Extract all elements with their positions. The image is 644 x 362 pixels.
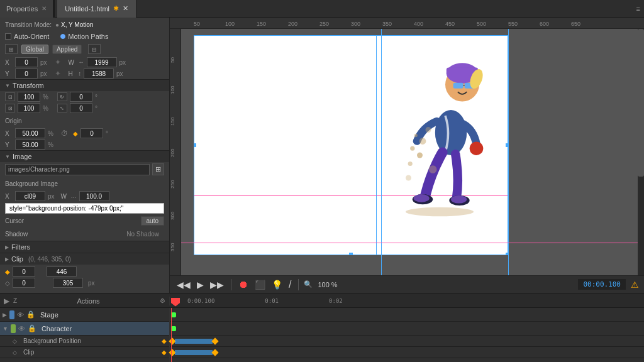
timeline-actions-label: Actions: [77, 297, 100, 305]
image-section-label: Image: [13, 153, 32, 160]
v-scrollbar-thumb[interactable]: [638, 29, 644, 177]
bg-pos-tween: [175, 339, 213, 344]
record-button[interactable]: ⏺: [236, 279, 250, 290]
grid-icon: ⊟: [88, 44, 101, 54]
transport-back-button[interactable]: ◀◀: [175, 280, 192, 290]
h-input[interactable]: [84, 69, 114, 79]
auto-button[interactable]: auto: [141, 216, 164, 226]
filters-label: Filters: [11, 243, 30, 251]
panel-menu-button[interactable]: ≡: [633, 4, 644, 14]
filters-section-header[interactable]: ▶ Filters: [0, 241, 169, 253]
lightbulb-button[interactable]: 💡: [270, 280, 284, 290]
character-layer-color: [11, 324, 16, 333]
bg-position-sublayer[interactable]: ◇ Background Position ◆: [0, 336, 169, 347]
y-h-row: Y px ✦ H ↕ px: [0, 68, 169, 79]
ruler-top: 50 100 150 200 250 300 350 400 450 500 5…: [170, 18, 644, 29]
stage-layer-color: [9, 310, 14, 319]
origin-y-input[interactable]: [15, 140, 45, 150]
bg-x-unit: px: [48, 193, 55, 200]
image-browse-icon[interactable]: ⊞: [152, 163, 164, 175]
image-section-header[interactable]: ▼ Image: [0, 150, 169, 162]
camera-button[interactable]: ⬛: [253, 280, 267, 290]
properties-close-icon[interactable]: ✕: [42, 5, 47, 12]
image-path-input[interactable]: [5, 164, 150, 175]
bg-pos-diamond-icon[interactable]: ◆: [162, 337, 167, 344]
timeline-content[interactable]: [170, 308, 644, 362]
clip-field4-input[interactable]: [53, 278, 83, 288]
applied-button[interactable]: Applied: [52, 45, 82, 54]
origin-x-input[interactable]: [15, 128, 45, 138]
transport-play-button[interactable]: ▶: [195, 280, 206, 290]
clip-field3-input[interactable]: [13, 278, 35, 288]
timeline-label-area: ▶ Z Actions ⚙: [0, 297, 170, 305]
clip-keyframe2[interactable]: [211, 349, 218, 356]
stage-track-row[interactable]: [170, 308, 644, 322]
stage-eye-icon[interactable]: 👁: [17, 311, 24, 319]
document-tab[interactable]: Untitled-1.html ✱ ✕: [57, 0, 136, 18]
character-eye-icon[interactable]: 👁: [18, 325, 25, 332]
handle-left-mid[interactable]: [194, 143, 196, 147]
scaley-skew-row: ⊡ % ⤡ °: [0, 102, 169, 114]
bg-w-label: W: [61, 193, 69, 200]
clip-dot-icon: ◇: [5, 280, 10, 287]
bg-position-label: Background Position: [23, 337, 81, 344]
stage-canvas[interactable]: [194, 35, 508, 255]
stage-layer-row[interactable]: ▶ 👁 🔒 Stage: [0, 308, 169, 322]
scale-x-input[interactable]: [18, 92, 40, 102]
clip-diamond-icon2[interactable]: ◆: [162, 349, 167, 356]
scale-y-unit: %: [43, 105, 48, 112]
timeline-playhead-line: [171, 308, 172, 362]
origin-diamond-unit: °: [106, 130, 108, 137]
origin-y-unit: %: [48, 141, 53, 148]
origin-diamond-input[interactable]: [80, 128, 103, 138]
timeline-collapse-icon[interactable]: ▶: [4, 297, 9, 305]
auto-orient-checkbox[interactable]: [5, 33, 11, 40]
y-input[interactable]: [15, 69, 38, 79]
center-panel: 50 100 150 200 250 300 350 400 450 500 5…: [170, 18, 644, 293]
stage-keyframe1[interactable]: [171, 312, 176, 317]
character-lock-icon[interactable]: 🔒: [28, 324, 36, 332]
ruler-mark: 50: [194, 21, 225, 27]
ruler-mark: 100: [225, 21, 257, 27]
bg-position-track[interactable]: [170, 336, 644, 347]
v-scrollbar[interactable]: [638, 29, 644, 275]
character-layer-row[interactable]: ▼ 👁 🔒 Character: [0, 322, 169, 336]
bg-pos-keyframe2[interactable]: [211, 337, 218, 344]
transport-forward-button[interactable]: ▶▶: [208, 280, 226, 290]
character-keyframe1[interactable]: [171, 326, 176, 331]
clip-field1-input[interactable]: [13, 266, 35, 277]
scale-y-input[interactable]: [18, 103, 40, 113]
character-track-row[interactable]: [170, 322, 644, 336]
origin-x-label: X: [5, 130, 13, 137]
w-input[interactable]: [87, 57, 117, 67]
handle-bottom-mid[interactable]: [349, 253, 353, 255]
clip-sublayer[interactable]: ◇ Clip ◆: [0, 347, 169, 358]
tooltip-text: style="background-position: -479px 0px;": [9, 205, 123, 212]
clip-section-header[interactable]: ▶ Clip (0, 446, 305, 0): [0, 253, 169, 265]
x-unit: px: [40, 59, 47, 66]
ruler-left-mark: 100: [170, 63, 180, 94]
clip-track[interactable]: [170, 347, 644, 358]
layer-expand-icon[interactable]: ▶: [3, 312, 7, 318]
clip-field2-input[interactable]: [47, 266, 77, 277]
doc-tab-close-icon[interactable]: ✕: [123, 4, 128, 13]
timeline-settings-icon[interactable]: ⚙: [160, 297, 165, 304]
timeline-z-icon: Z: [13, 297, 17, 304]
transform-section-header[interactable]: ▼ Transform: [0, 79, 169, 91]
bg-w-input[interactable]: [79, 191, 109, 201]
stage-lock-icon[interactable]: 🔒: [26, 310, 35, 319]
global-button[interactable]: Global: [21, 45, 48, 54]
motion-paths-radio[interactable]: [60, 34, 65, 39]
character-expand-icon[interactable]: ▼: [3, 326, 8, 332]
playhead-marker[interactable]: [171, 298, 180, 307]
rotate-input[interactable]: [70, 92, 92, 102]
bg-x-input[interactable]: [15, 191, 45, 201]
skew-input[interactable]: [70, 103, 92, 113]
stage-viewport[interactable]: [181, 29, 644, 275]
timeline-timecodes: 0:00.100 0:01 0:02: [170, 298, 644, 304]
zoom-label: 100 %: [318, 281, 337, 288]
sun2-icon: ✦: [55, 69, 61, 78]
x-input[interactable]: [15, 57, 38, 67]
properties-panel-tab[interactable]: Properties ✕: [0, 0, 53, 18]
slash-button[interactable]: /: [287, 279, 293, 290]
